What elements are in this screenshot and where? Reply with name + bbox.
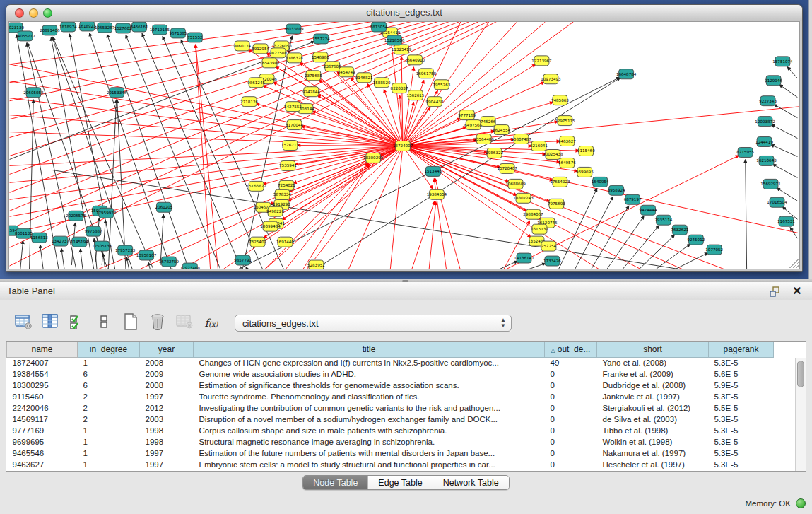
table-row[interactable]: 946362711997Embryonic stem cells: a mode… xyxy=(7,459,774,470)
graph-node[interactable]: 1618923 xyxy=(78,22,96,31)
minimize-window-button[interactable] xyxy=(29,8,38,18)
graph-node[interactable]: 9827508 xyxy=(269,48,287,58)
graph-node[interactable]: 17654923 xyxy=(550,177,570,187)
graph-node[interactable]: 7975693 xyxy=(548,199,565,209)
graph-node[interactable]: 1156813 xyxy=(30,233,48,243)
graph-node[interactable]: 7485063 xyxy=(551,95,569,105)
close-panel-icon[interactable]: ✕ xyxy=(791,285,804,298)
table-vertical-scrollbar[interactable] xyxy=(795,358,806,471)
graph-node[interactable]: 15218506 xyxy=(384,35,405,45)
graph-node[interactable]: 9242844 xyxy=(302,87,320,97)
graph-node[interactable]: 14136141 xyxy=(514,253,534,263)
graph-node[interactable]: 10688609 xyxy=(505,179,526,189)
trash-button[interactable] xyxy=(147,313,168,334)
new-document-button[interactable] xyxy=(120,313,141,334)
graph-node[interactable]: 3170044 xyxy=(286,120,303,130)
graph-node[interactable]: 2935114 xyxy=(655,215,673,225)
graph-node[interactable]: 12093872 xyxy=(755,117,775,127)
table-row[interactable]: 1872400712008Changes of HCN gene express… xyxy=(7,357,774,368)
graph-node[interactable]: 1733426 xyxy=(543,256,561,266)
graph-node[interactable]: 9146821 xyxy=(355,73,373,83)
table-row[interactable]: 946554611997Estimation of the future num… xyxy=(7,448,774,459)
graph-node[interactable]: 8454749 xyxy=(338,67,355,77)
graph-node[interactable]: 2718126 xyxy=(240,97,258,107)
graph-node[interactable]: 9227343 xyxy=(759,96,777,106)
graph-node[interactable]: 29884067 xyxy=(523,209,543,219)
graph-node[interactable]: 5283952 xyxy=(307,260,325,269)
graph-node[interactable]: 9861245 xyxy=(247,78,265,88)
graph-node[interactable]: 2986322 xyxy=(486,148,503,158)
graph-node[interactable]: 12213967 xyxy=(531,56,552,66)
graph-node[interactable]: 16543982 xyxy=(259,58,279,68)
graph-node[interactable]: 9777169 xyxy=(458,110,476,120)
graph-node[interactable]: 1527602 xyxy=(114,23,132,33)
graph-node[interactable]: 23564486 xyxy=(473,134,494,144)
column-header-pagerank[interactable]: pagerank xyxy=(709,342,774,357)
table-row[interactable]: 2242004622012Investigating the contribut… xyxy=(7,402,774,414)
graph-node[interactable]: 7955263 xyxy=(433,80,450,90)
graph-node[interactable]: 11325419 xyxy=(392,45,412,54)
delete-table-disabled-button[interactable] xyxy=(174,313,195,334)
column-header-in_degree[interactable]: in_degree xyxy=(78,342,140,357)
graph-node[interactable]: 18807243 xyxy=(513,193,534,203)
table-row[interactable]: 911546021997Tourette syndrome. Phenomeno… xyxy=(7,391,774,402)
graph-node[interactable]: 1649576 xyxy=(558,158,576,168)
tab-network-table[interactable]: Network Table xyxy=(433,476,509,489)
graph-node[interactable]: 9975887 xyxy=(85,226,102,236)
function-button[interactable]: f(x) xyxy=(201,313,222,334)
graph-node[interactable]: 1145194 xyxy=(71,237,88,247)
graph-node[interactable]: 9671385 xyxy=(169,28,187,38)
graph-node[interactable]: 1244419 xyxy=(755,137,773,147)
graph-node[interactable]: 1167531 xyxy=(777,216,795,226)
graph-node[interactable]: 18300295 xyxy=(363,153,384,163)
graph-node[interactable]: 1513445 xyxy=(424,166,442,176)
graph-node[interactable]: 746266 xyxy=(481,117,496,127)
graph-node[interactable]: 5878334 xyxy=(273,189,291,199)
graph-node[interactable]: 7625402 xyxy=(249,237,266,247)
select-column-button[interactable] xyxy=(40,313,61,334)
table-row[interactable]: 1938455462009Genome-wide association stu… xyxy=(7,368,774,380)
graph-node[interactable]: 8186328 xyxy=(286,53,303,63)
rows-button[interactable] xyxy=(93,313,114,334)
graph-node[interactable]: 15166822 xyxy=(246,181,266,191)
graph-node[interactable]: 20605058 xyxy=(23,88,44,98)
close-window-button[interactable] xyxy=(15,8,24,18)
graph-node[interactable]: 9115460 xyxy=(577,146,595,156)
graph-node[interactable]: 20891406 xyxy=(40,25,60,35)
graph-node[interactable]: 252254 xyxy=(541,241,557,251)
table-row[interactable]: 1830029562008Estimation of significance … xyxy=(7,380,774,391)
graph-node[interactable]: 8624554 xyxy=(493,125,510,135)
table-row[interactable]: 969969511998Structural magnetic resonanc… xyxy=(7,436,774,448)
graph-node[interactable]: 17957233 xyxy=(115,245,136,255)
graph-node[interactable]: 16782759 xyxy=(159,257,180,267)
graph-node[interactable]: 9129946 xyxy=(765,76,782,86)
float-panel-icon[interactable] xyxy=(768,285,781,298)
graph-node[interactable]: 8813054 xyxy=(370,22,388,32)
graph-node[interactable]: 7557224 xyxy=(312,34,330,44)
graph-node[interactable]: 19384554 xyxy=(427,189,447,199)
graph-node[interactable]: 10025438 xyxy=(543,149,563,159)
graph-node[interactable]: 9463627 xyxy=(558,136,576,146)
graph-node[interactable]: 17959928 xyxy=(96,208,117,218)
graph-node[interactable]: 1546980 xyxy=(312,52,329,62)
window-resize-grip[interactable] xyxy=(789,259,799,268)
zoom-window-button[interactable] xyxy=(43,8,52,18)
graph-node[interactable]: 6497568 xyxy=(464,120,482,130)
graph-node[interactable]: 15720407 xyxy=(497,163,517,173)
column-header-year[interactable]: year xyxy=(140,342,194,357)
graph-node[interactable]: 9904438 xyxy=(425,97,443,107)
graph-node[interactable]: 6466161 xyxy=(131,22,148,32)
graph-node[interactable]: 7632621 xyxy=(671,225,688,235)
graph-node[interactable]: 1691440 xyxy=(276,237,294,247)
tab-edge-table[interactable]: Edge Table xyxy=(368,476,433,489)
graph-node[interactable]: 17016504 xyxy=(767,197,787,207)
graph-node[interactable]: 9245012 xyxy=(687,235,705,245)
graph-node[interactable]: 15751074 xyxy=(772,57,793,66)
graph-node[interactable]: 2375685 xyxy=(305,71,322,81)
graph-node[interactable]: 1588520 xyxy=(373,78,391,88)
graph-node[interactable]: 20206576 xyxy=(66,211,86,221)
graph-node[interactable]: 12505135 xyxy=(92,241,112,251)
memory-ok-indicator[interactable] xyxy=(796,498,806,508)
network-window-titlebar[interactable]: citations_edges.txt xyxy=(6,5,802,21)
graph-node[interactable]: 9474444 xyxy=(640,205,657,215)
